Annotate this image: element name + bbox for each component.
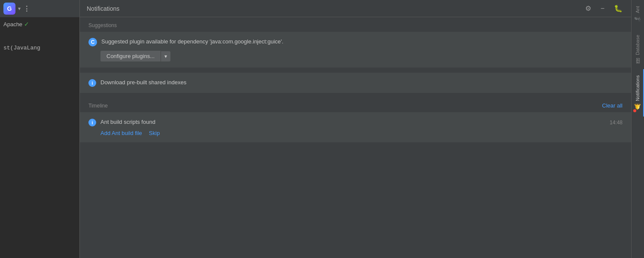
bug-icon: 🐛 [614, 5, 623, 12]
chevron-down-icon[interactable]: ▾ [18, 6, 21, 12]
timeline-header: Timeline Clear all [80, 97, 631, 112]
breadcrumb-label: Apache [3, 21, 22, 28]
sidebar-item-notifications[interactable]: 🔔 Notifications [632, 69, 644, 117]
configure-btn-row: Configure plugins... ▾ [100, 51, 623, 61]
settings-button[interactable]: ⚙ [583, 3, 593, 13]
download-notification-card: i Download pre-built shared indexes [80, 73, 631, 93]
sidebar-toolbar: G ▾ ⋮ [0, 0, 79, 17]
plugin-message-text: Suggested plugin available for dependenc… [101, 38, 283, 46]
minimize-icon: − [601, 5, 605, 12]
skip-button[interactable]: Skip [149, 130, 160, 136]
ant-actions: Add Ant build file Skip [100, 130, 623, 136]
app-icon: G [3, 3, 15, 15]
timeline-section-label: Timeline [88, 103, 108, 109]
ant-info-icon: i [88, 119, 96, 126]
plugin-icon: C [88, 38, 97, 46]
ant-build-card: i Ant build scripts found 14:48 Add Ant … [80, 112, 631, 142]
database-icon: 🗄 [634, 58, 641, 63]
ant-timestamp: 14:48 [610, 120, 623, 126]
database-tab-label: Database [635, 35, 640, 55]
configure-plugins-button[interactable]: Configure plugins... [100, 51, 161, 61]
code-snippet: st(JavaLang [3, 45, 76, 51]
bug-button[interactable]: 🐛 [612, 3, 624, 13]
dropdown-icon: ▾ [164, 53, 167, 59]
gear-icon: ⚙ [585, 5, 591, 12]
left-content: Apache ✓ st(JavaLang [0, 17, 79, 258]
plugin-notification-card: C Suggested plugin available for depende… [80, 32, 631, 68]
minimize-button[interactable]: − [599, 4, 606, 13]
panel-header: Notifications ⚙ − 🐛 [80, 0, 631, 17]
checkmark-icon: ✓ [24, 21, 29, 28]
notifications-tab-label: Notifications [635, 75, 640, 101]
section-divider-2 [80, 94, 631, 97]
ant-card-left: i Ant build scripts found [88, 118, 155, 126]
panel-actions: ⚙ − 🐛 [583, 3, 624, 13]
panel-title: Notifications [87, 5, 119, 12]
notification-badge [633, 109, 636, 112]
sidebar-item-database[interactable]: 🗄 Database [632, 29, 644, 69]
ant-build-message: Ant build scripts found [100, 118, 155, 126]
ant-card-header: i Ant build scripts found 14:48 [88, 118, 623, 126]
notifications-panel: Notifications ⚙ − 🐛 Suggestions C Sugges… [79, 0, 631, 258]
ant-tab-label: Ant [635, 6, 640, 13]
info-icon: i [88, 79, 96, 87]
breadcrumb: Apache ✓ [3, 21, 76, 28]
download-message-row: i Download pre-built shared indexes [88, 79, 623, 87]
sidebar-item-ant[interactable]: 🐜 Ant [632, 0, 644, 29]
add-ant-build-file-button[interactable]: Add Ant build file [100, 130, 142, 136]
panel-body: Suggestions C Suggested plugin available… [80, 17, 631, 258]
plugin-message-row: C Suggested plugin available for depende… [88, 38, 623, 46]
suggestions-section-label: Suggestions [80, 17, 631, 32]
left-sidebar: G ▾ ⋮ Apache ✓ st(JavaLang [0, 0, 79, 258]
section-divider-1 [80, 68, 631, 72]
configure-dropdown-button[interactable]: ▾ [161, 51, 170, 61]
right-sidebar: 🐜 Ant 🗄 Database 🔔 Notifications [631, 0, 644, 258]
clear-all-button[interactable]: Clear all [602, 102, 623, 109]
menu-icon[interactable]: ⋮ [23, 5, 30, 13]
ant-icon: 🐜 [634, 16, 641, 23]
download-message-text: Download pre-built shared indexes [100, 79, 186, 86]
